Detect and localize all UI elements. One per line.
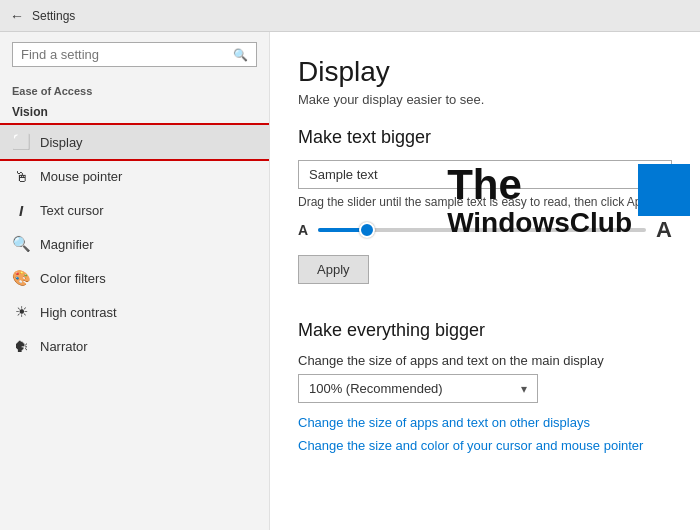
sidebar-item-display-label: Display [40,135,83,150]
sidebar-item-magnifier[interactable]: 🔍 Magnifier [0,227,269,261]
watermark-line2: WindowsClub [447,208,632,239]
apply-button[interactable]: Apply [298,255,369,284]
sidebar-item-high-contrast-label: High contrast [40,305,117,320]
text-cursor-icon: I [12,201,30,219]
size-dropdown[interactable]: 100% (Recommended) ▾ [298,374,538,403]
search-icon: 🔍 [233,48,248,62]
magnifier-icon: 🔍 [12,235,30,253]
back-button[interactable]: ← [10,8,24,24]
dropdown-value: 100% (Recommended) [309,381,443,396]
slider-label-small: A [298,222,308,238]
display-icon: ⬜ [12,133,30,151]
sidebar-item-mouse-pointer[interactable]: 🖱 Mouse pointer [0,159,269,193]
slider-thumb[interactable] [359,222,375,238]
sidebar-item-high-contrast[interactable]: ☀ High contrast [0,295,269,329]
search-box[interactable]: 🔍 [12,42,257,67]
watermark-text: The WindowsClub [447,162,632,239]
mouse-pointer-icon: 🖱 [12,167,30,185]
sidebar-item-text-cursor-label: Text cursor [40,203,104,218]
sidebar-item-narrator[interactable]: 🗣 Narrator [0,329,269,363]
blue-square-logo [638,164,690,216]
link-cursor-color[interactable]: Change the size and color of your cursor… [298,438,672,453]
main-layout: 🔍 Ease of Access Vision ⬜ Display 🖱 Mous… [0,32,700,530]
title-bar-title: Settings [32,9,75,23]
sidebar-item-color-filters-label: Color filters [40,271,106,286]
high-contrast-icon: ☀ [12,303,30,321]
dropdown-chevron-icon: ▾ [521,382,527,396]
dropdown-label: Change the size of apps and text on the … [298,353,672,368]
vision-category-label: Vision [0,101,269,125]
title-bar: ← Settings [0,0,700,32]
make-text-bigger-title: Make text bigger [298,127,672,148]
sidebar: 🔍 Ease of Access Vision ⬜ Display 🖱 Mous… [0,32,270,530]
page-title: Display [298,56,672,88]
make-everything-bigger-title: Make everything bigger [298,320,672,341]
sidebar-item-mouse-pointer-label: Mouse pointer [40,169,122,184]
color-filters-icon: 🎨 [12,269,30,287]
sidebar-item-narrator-label: Narrator [40,339,88,354]
link-other-displays[interactable]: Change the size of apps and text on othe… [298,415,672,430]
narrator-icon: 🗣 [12,337,30,355]
dropdown-row: Change the size of apps and text on the … [298,353,672,403]
watermark-line1: The [447,162,632,208]
sidebar-item-color-filters[interactable]: 🎨 Color filters [0,261,269,295]
search-input[interactable] [21,47,233,62]
ease-of-access-label: Ease of Access [0,77,269,101]
sidebar-item-display[interactable]: ⬜ Display [0,125,269,159]
content-area: Display Make your display easier to see.… [270,32,700,530]
sidebar-item-text-cursor[interactable]: I Text cursor [0,193,269,227]
watermark-area: The WindowsClub [447,162,690,239]
sidebar-item-magnifier-label: Magnifier [40,237,93,252]
page-subtitle: Make your display easier to see. [298,92,672,107]
